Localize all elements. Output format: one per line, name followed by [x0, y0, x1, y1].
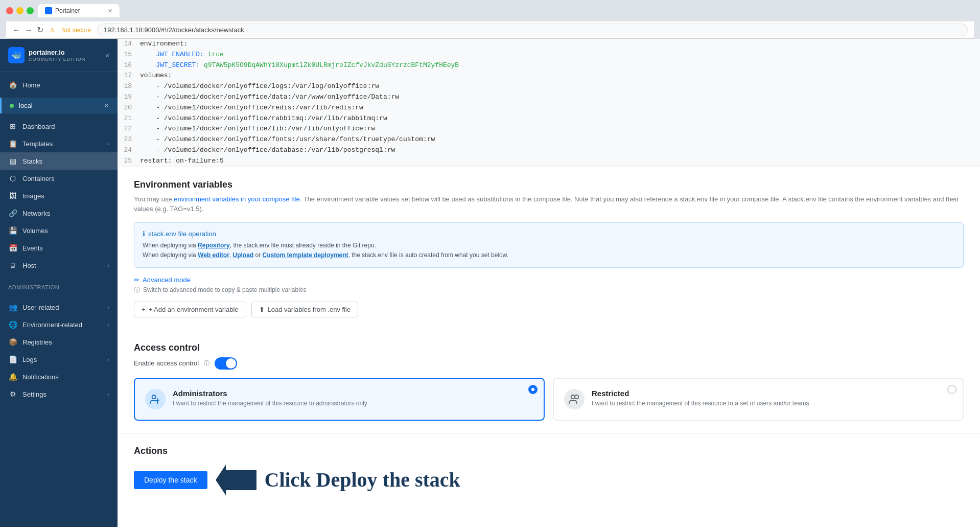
code-line-25: 25 restart: on-failure:5 [118, 156, 980, 167]
sidebar-item-images[interactable]: 🖼 Images [0, 187, 118, 204]
web-editor-link[interactable]: Web editor [198, 251, 229, 259]
sidebar-item-stacks[interactable]: ▤ Stacks [0, 152, 118, 170]
url-bar[interactable] [97, 24, 968, 36]
restricted-card[interactable]: Restricted I want to restrict the manage… [553, 378, 964, 421]
sidebar-item-templates[interactable]: 📋 Templates › [0, 135, 118, 152]
sidebar-dashboard-label: Dashboard [22, 123, 109, 130]
line-num-22: 22 [118, 124, 138, 134]
registries-icon: 📦 [8, 338, 17, 346]
sidebar-item-registries[interactable]: 📦 Registries [0, 333, 118, 351]
sidebar-item-home[interactable]: 🏠 Home [0, 76, 118, 94]
templates-icon: 📋 [8, 140, 17, 148]
code-line-21: 21 - /volume1/docker/onlyoffice/rabbitmq… [118, 113, 980, 124]
sidebar-home-section: 🏠 Home [0, 72, 118, 98]
info-line-2: When deploying via Web editor, Upload or… [143, 250, 955, 260]
sidebar-item-settings[interactable]: ⚙ Settings › [0, 385, 118, 403]
containers-icon: ⬡ [8, 174, 17, 182]
host-icon: 🖥 [8, 261, 17, 269]
advanced-mode-toggle[interactable]: ✏ Advanced mode [134, 276, 964, 284]
logs-chevron-icon: › [107, 356, 109, 362]
sidebar-nav-section: ⊞ Dashboard 📋 Templates › ▤ Stacks ⬡ Con… [0, 113, 118, 278]
info-circle-icon: ⓘ [134, 286, 140, 294]
line-content-14: environment: [138, 39, 980, 50]
restricted-card-body: Restricted I want to restrict the manage… [592, 389, 952, 407]
deploy-stack-button[interactable]: Deploy the stack [134, 471, 207, 489]
env-compose-link[interactable]: environment variables in your compose fi… [174, 195, 299, 203]
env-status-dot [10, 104, 14, 108]
code-line-24: 24 - /volume1/docker/onlyoffice/database… [118, 145, 980, 156]
maximize-btn[interactable] [27, 7, 34, 14]
access-control-title: Access control [134, 342, 964, 353]
sidebar-item-env-related[interactable]: 🌐 Environment-related › [0, 316, 118, 333]
add-env-icon: + [142, 306, 146, 313]
dashboard-icon: ⊞ [8, 122, 17, 130]
custom-template-link[interactable]: Custom template deployment [263, 251, 348, 259]
sidebar-item-notifications[interactable]: 🔔 Notifications [0, 368, 118, 385]
sidebar-host-label: Host [22, 262, 102, 269]
forward-btn[interactable]: → [25, 25, 33, 35]
toggle-label: Enable access control [134, 359, 199, 367]
close-btn[interactable] [6, 7, 13, 14]
sidebar-item-logs[interactable]: 📄 Logs › [0, 351, 118, 368]
line-content-20: - /volume1/docker/onlyoffice/redis:/var/… [138, 103, 980, 113]
access-control-toggle[interactable] [215, 357, 237, 370]
line-content-21: - /volume1/docker/onlyoffice/rabbitmq:/v… [138, 113, 980, 124]
env-close-btn[interactable]: ✕ [104, 102, 109, 109]
info-box-title: ℹ stack.env file operation [143, 230, 955, 238]
sidebar-item-containers[interactable]: ⬡ Containers [0, 170, 118, 187]
line-num-14: 14 [118, 39, 138, 50]
sidebar-item-dashboard[interactable]: ⊞ Dashboard [0, 118, 118, 135]
settings-icon: ⚙ [8, 390, 17, 398]
sidebar-item-user-related[interactable]: 👥 User-related › [0, 299, 118, 316]
env-related-label: Environment-related [22, 321, 102, 329]
line-content-17: volumes: [138, 71, 980, 81]
restricted-card-radio[interactable] [947, 385, 956, 394]
actions-section: Actions Deploy the stack Click Deploy th… [118, 433, 980, 508]
minimize-btn[interactable] [16, 7, 24, 14]
active-tab[interactable]: Portainer ✕ [38, 4, 120, 17]
back-btn[interactable]: ← [12, 25, 20, 35]
info-box-title-text: stack.env file operation [148, 230, 216, 238]
advanced-mode-sub-text: Switch to advanced mode to copy & paste … [143, 286, 307, 293]
env-vars-title: Environment variables [134, 179, 964, 190]
user-related-icon: 👥 [8, 303, 17, 311]
line-num-20: 20 [118, 103, 138, 113]
code-line-17: 17 volumes: [118, 71, 980, 81]
browser-top: Portainer ✕ [6, 4, 974, 17]
line-content-16: JWT_SECRET: q9TAW5pK5O9DqAWhY18XupmtlZk0… [138, 60, 980, 71]
administrators-card[interactable]: Administrators I want to restrict the ma… [134, 378, 545, 421]
sidebar-collapse-btn[interactable]: « [105, 51, 109, 59]
line-num-23: 23 [118, 134, 138, 145]
sidebar-admin-section: 👥 User-related › 🌐 Environment-related ›… [0, 294, 118, 407]
arrow-icon [216, 465, 256, 495]
sidebar-item-networks[interactable]: 🔗 Networks [0, 204, 118, 222]
sidebar-item-events[interactable]: 📅 Events [0, 239, 118, 257]
add-env-variable-button[interactable]: + + Add an environment variable [134, 302, 246, 317]
refresh-btn[interactable]: ↻ [37, 25, 43, 35]
app: 🐳 portainer.io COMMUNITY EDITION « 🏠 Hom… [0, 39, 980, 527]
add-env-label: + Add an environment variable [149, 306, 239, 313]
code-line-19: 19 - /volume1/docker/onlyoffice/data:/va… [118, 92, 980, 103]
svg-marker-5 [216, 465, 256, 495]
toggle-help-icon[interactable]: ⓘ [204, 359, 209, 367]
env-name: local [19, 102, 99, 109]
sidebar-templates-label: Templates [22, 140, 102, 148]
tab-bar: Portainer ✕ [38, 4, 120, 17]
load-env-file-button[interactable]: ⬆ Load variables from .env file [251, 302, 359, 317]
tab-close-btn[interactable]: ✕ [108, 8, 112, 14]
admin-section-label: Administration [8, 284, 109, 290]
line-content-22: - /volume1/docker/onlyoffice/lib:/var/li… [138, 124, 980, 134]
volumes-icon: 💾 [8, 226, 17, 235]
admin-card-radio[interactable] [528, 385, 538, 394]
tab-favicon [45, 7, 52, 14]
window-controls [6, 7, 34, 14]
upload-link[interactable]: Upload [233, 251, 254, 259]
sidebar-item-host[interactable]: 🖥 Host › [0, 257, 118, 274]
code-line-15: 15 JWT_ENABLED: true [118, 50, 980, 60]
host-chevron-icon: › [107, 262, 109, 268]
sidebar-item-volumes[interactable]: 💾 Volumes [0, 222, 118, 239]
notifications-icon: 🔔 [8, 373, 17, 381]
logo-sub: COMMUNITY EDITION [29, 57, 85, 62]
access-cards-container: Administrators I want to restrict the ma… [134, 378, 964, 421]
repository-link[interactable]: Repository [198, 242, 230, 249]
